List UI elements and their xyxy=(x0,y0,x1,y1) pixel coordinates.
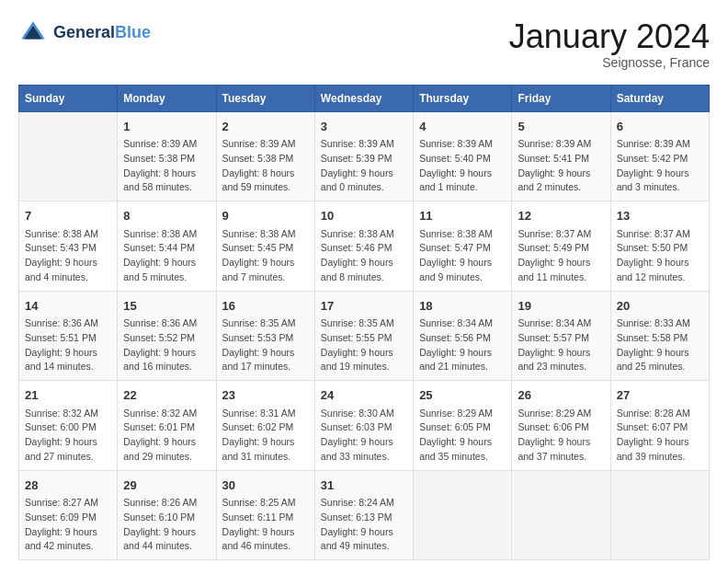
sunset: Sunset: 6:06 PM xyxy=(518,420,604,435)
sunrise: Sunrise: 8:26 AM xyxy=(123,496,210,511)
calendar-cell: 13Sunrise: 8:37 AMSunset: 5:50 PMDayligh… xyxy=(610,201,709,292)
day-info: Sunrise: 8:37 AMSunset: 5:49 PMDaylight:… xyxy=(518,227,604,285)
day-info: Sunrise: 8:38 AMSunset: 5:43 PMDaylight:… xyxy=(25,227,111,285)
sunset: Sunset: 6:05 PM xyxy=(419,420,506,435)
calendar-cell xyxy=(19,111,118,201)
title-block: January 2024 Seignosse, France xyxy=(509,18,710,70)
calendar-cell: 14Sunrise: 8:36 AMSunset: 5:51 PMDayligh… xyxy=(19,291,118,381)
sunset: Sunset: 6:07 PM xyxy=(617,420,703,435)
daylight: Daylight: 9 hours and 14 minutes. xyxy=(25,346,111,375)
sunrise: Sunrise: 8:33 AM xyxy=(617,316,703,331)
calendar-cell: 29Sunrise: 8:26 AMSunset: 6:10 PMDayligh… xyxy=(118,470,216,560)
calendar-cell: 9Sunrise: 8:38 AMSunset: 5:45 PMDaylight… xyxy=(216,201,314,292)
calendar-cell: 28Sunrise: 8:27 AMSunset: 6:09 PMDayligh… xyxy=(19,470,118,560)
sunrise: Sunrise: 8:38 AM xyxy=(123,227,210,242)
day-number: 12 xyxy=(518,207,604,225)
day-number: 25 xyxy=(419,386,506,405)
sunset: Sunset: 5:52 PM xyxy=(123,331,210,346)
day-info: Sunrise: 8:35 AMSunset: 5:55 PMDaylight:… xyxy=(321,316,407,374)
sunrise: Sunrise: 8:36 AM xyxy=(123,316,210,331)
calendar-cell: 27Sunrise: 8:28 AMSunset: 6:07 PMDayligh… xyxy=(610,381,709,471)
day-number: 20 xyxy=(617,297,703,316)
day-info: Sunrise: 8:30 AMSunset: 6:03 PMDaylight:… xyxy=(321,407,407,465)
sunrise: Sunrise: 8:38 AM xyxy=(25,227,111,242)
daylight: Daylight: 9 hours and 25 minutes. xyxy=(617,346,703,375)
day-info: Sunrise: 8:32 AMSunset: 6:01 PMDaylight:… xyxy=(123,407,210,465)
day-info: Sunrise: 8:33 AMSunset: 5:58 PMDaylight:… xyxy=(617,316,703,374)
day-number: 31 xyxy=(321,477,407,495)
sunset: Sunset: 6:01 PM xyxy=(123,420,210,435)
sunrise: Sunrise: 8:29 AM xyxy=(518,407,604,421)
logo-icon xyxy=(18,18,48,48)
day-number: 6 xyxy=(617,118,703,136)
daylight: Daylight: 9 hours and 0 minutes. xyxy=(321,167,407,196)
sunset: Sunset: 5:42 PM xyxy=(617,152,703,167)
daylight: Daylight: 9 hours and 35 minutes. xyxy=(419,435,506,465)
sunrise: Sunrise: 8:36 AM xyxy=(25,316,111,331)
sunrise: Sunrise: 8:34 AM xyxy=(518,316,604,331)
daylight: Daylight: 9 hours and 3 minutes. xyxy=(617,167,703,196)
day-number: 16 xyxy=(222,297,309,316)
day-info: Sunrise: 8:26 AMSunset: 6:10 PMDaylight:… xyxy=(123,496,210,554)
day-number: 17 xyxy=(321,297,407,316)
daylight: Daylight: 9 hours and 21 minutes. xyxy=(419,346,506,375)
day-info: Sunrise: 8:25 AMSunset: 6:11 PMDaylight:… xyxy=(222,496,309,554)
day-number: 13 xyxy=(617,207,703,225)
calendar-cell xyxy=(610,470,709,560)
calendar-cell: 24Sunrise: 8:30 AMSunset: 6:03 PMDayligh… xyxy=(314,381,413,471)
calendar-header-row: SundayMondayTuesdayWednesdayThursdayFrid… xyxy=(19,85,710,111)
calendar-cell: 23Sunrise: 8:31 AMSunset: 6:02 PMDayligh… xyxy=(216,381,314,471)
day-info: Sunrise: 8:39 AMSunset: 5:41 PMDaylight:… xyxy=(518,137,604,195)
sunset: Sunset: 6:09 PM xyxy=(25,511,111,525)
sunrise: Sunrise: 8:27 AM xyxy=(25,496,111,511)
day-info: Sunrise: 8:39 AMSunset: 5:42 PMDaylight:… xyxy=(617,137,703,195)
sunset: Sunset: 5:53 PM xyxy=(222,331,309,346)
daylight: Daylight: 8 hours and 59 minutes. xyxy=(222,167,309,196)
day-info: Sunrise: 8:39 AMSunset: 5:39 PMDaylight:… xyxy=(321,137,407,195)
sunrise: Sunrise: 8:39 AM xyxy=(123,137,210,152)
daylight: Daylight: 9 hours and 9 minutes. xyxy=(419,256,506,285)
calendar-cell: 20Sunrise: 8:33 AMSunset: 5:58 PMDayligh… xyxy=(610,291,709,381)
header-day-tuesday: Tuesday xyxy=(216,85,314,111)
day-number: 9 xyxy=(222,207,309,225)
location: Seignosse, France xyxy=(509,55,710,70)
sunset: Sunset: 5:39 PM xyxy=(321,152,407,167)
sunset: Sunset: 6:11 PM xyxy=(222,511,309,525)
day-info: Sunrise: 8:24 AMSunset: 6:13 PMDaylight:… xyxy=(321,496,407,554)
day-number: 2 xyxy=(222,118,309,136)
calendar-table: SundayMondayTuesdayWednesdayThursdayFrid… xyxy=(18,85,710,561)
sunset: Sunset: 5:41 PM xyxy=(518,152,604,167)
day-info: Sunrise: 8:39 AMSunset: 5:40 PMDaylight:… xyxy=(419,137,506,195)
calendar-cell: 1Sunrise: 8:39 AMSunset: 5:38 PMDaylight… xyxy=(118,111,216,201)
sunrise: Sunrise: 8:38 AM xyxy=(222,227,309,242)
sunrise: Sunrise: 8:38 AM xyxy=(419,227,506,242)
daylight: Daylight: 9 hours and 46 minutes. xyxy=(222,525,309,555)
sunset: Sunset: 6:02 PM xyxy=(222,420,309,435)
calendar-cell: 5Sunrise: 8:39 AMSunset: 5:41 PMDaylight… xyxy=(512,111,610,201)
calendar-cell: 7Sunrise: 8:38 AMSunset: 5:43 PMDaylight… xyxy=(19,201,118,292)
sunset: Sunset: 5:50 PM xyxy=(617,241,703,256)
week-row-1: 1Sunrise: 8:39 AMSunset: 5:38 PMDaylight… xyxy=(19,111,710,201)
logo-text: GeneralBlue xyxy=(53,24,151,42)
calendar-cell: 19Sunrise: 8:34 AMSunset: 5:57 PMDayligh… xyxy=(512,291,610,381)
calendar-cell xyxy=(414,470,512,560)
sunset: Sunset: 5:38 PM xyxy=(222,152,309,167)
day-number: 3 xyxy=(321,118,407,136)
calendar-cell: 12Sunrise: 8:37 AMSunset: 5:49 PMDayligh… xyxy=(512,201,610,292)
calendar-cell: 15Sunrise: 8:36 AMSunset: 5:52 PMDayligh… xyxy=(118,291,216,381)
day-info: Sunrise: 8:36 AMSunset: 5:51 PMDaylight:… xyxy=(25,316,111,374)
day-info: Sunrise: 8:39 AMSunset: 5:38 PMDaylight:… xyxy=(222,137,309,195)
sunset: Sunset: 6:03 PM xyxy=(321,420,407,435)
logo: GeneralBlue xyxy=(18,18,151,48)
sunset: Sunset: 5:49 PM xyxy=(518,241,604,256)
page-header: GeneralBlue January 2024 Seignosse, Fran… xyxy=(18,18,710,70)
daylight: Daylight: 9 hours and 44 minutes. xyxy=(123,525,210,555)
daylight: Daylight: 9 hours and 27 minutes. xyxy=(25,435,111,465)
sunrise: Sunrise: 8:38 AM xyxy=(321,227,407,242)
sunset: Sunset: 5:45 PM xyxy=(222,241,309,256)
daylight: Daylight: 9 hours and 8 minutes. xyxy=(321,256,407,285)
calendar-cell: 31Sunrise: 8:24 AMSunset: 6:13 PMDayligh… xyxy=(314,470,413,560)
calendar-cell: 3Sunrise: 8:39 AMSunset: 5:39 PMDaylight… xyxy=(314,111,413,201)
sunrise: Sunrise: 8:39 AM xyxy=(518,137,604,152)
sunrise: Sunrise: 8:34 AM xyxy=(419,316,506,331)
